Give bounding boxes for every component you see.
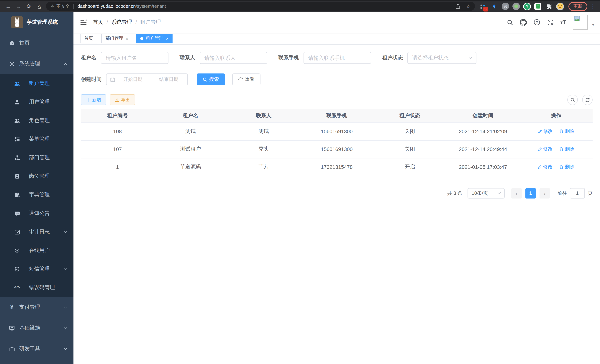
divider [74,4,74,9]
browser-home-icon[interactable]: ⌂ [34,3,45,9]
security-chip[interactable]: ⚠ 不安全 [50,3,70,9]
font-size-icon[interactable]: TT [560,19,566,25]
user-avatar[interactable] [573,15,588,30]
sidebar-collapse-icon[interactable] [80,19,87,25]
sidebar-item-dept[interactable]: 部门管理 [0,149,74,167]
create-time-range-picker[interactable]: 开始日期 - 结束日期 [106,74,188,85]
delete-link[interactable]: 删除 [559,164,575,170]
table-row: 1 芋道源码 芋艿 17321315478 开启 2021-01-05 17:0… [81,158,593,176]
sidebar-item-menu[interactable]: 菜单管理 [0,130,74,149]
sidebar-item-notice[interactable]: 通知公告 [0,204,74,223]
sidebar-item-tenant[interactable]: 租户管理 [0,74,74,93]
browser-back-icon[interactable]: ← [3,3,13,9]
sidebar-item-infra[interactable]: 基础设施 [0,318,74,338]
create-time-label: 创建时间 [81,76,102,83]
edit-link[interactable]: 修改 [537,164,553,170]
gear-icon [9,61,15,67]
command-extension-icon[interactable]: ⌘ [502,3,509,10]
sidebar-item-home[interactable]: 首页 [0,33,74,53]
select-caret-icon [497,192,501,195]
download-icon [115,98,119,102]
delete-link[interactable]: 删除 [559,146,575,152]
refresh-table-button[interactable] [582,95,593,105]
header-search-icon[interactable] [507,19,513,25]
tab-dept[interactable]: 部门管理 × [101,34,132,43]
page-size-select[interactable]: 10条/页 [468,188,505,198]
sidebar-item-role[interactable]: 角色管理 [0,111,74,130]
yen-icon: ¥ [9,304,15,310]
edit-icon [537,165,542,169]
breadcrumb-home[interactable]: 首页 [93,19,103,26]
toggle-search-button[interactable] [567,95,578,105]
active-dot [141,37,143,40]
chat-extension-icon[interactable] [534,3,541,10]
tab-tenant[interactable]: 租户管理 × [136,34,173,43]
page-number-1[interactable]: 1 [525,188,536,198]
goto-page-input[interactable] [570,188,585,198]
sidebar-item-post[interactable]: 岗位管理 [0,167,74,186]
help-icon[interactable]: ? [534,19,540,26]
browser-menu-icon[interactable]: ⋮ [589,3,597,9]
sidebar-menu: 首页 系统管理 租户管理 [0,33,74,364]
add-button[interactable]: 新增 [81,94,106,105]
sidebar-item-pay[interactable]: ¥ 支付管理 [0,297,74,318]
sidebar: 芋道管理系统 首页 系统管理 [0,12,74,364]
briefcase-icon [9,346,15,352]
table-header-row: 租户编号 租户名 联系人 联系手机 租户状态 创建时间 操作 [81,109,593,122]
next-page-button[interactable]: › [540,188,550,198]
svg-text:?: ? [536,20,538,24]
tenant-name-input[interactable] [101,52,169,64]
trash-icon [559,147,564,151]
browser-reload-icon[interactable]: ⟳ [24,3,34,10]
status-text: 关闭 [373,140,446,158]
chevron-down-icon [64,327,67,329]
recorder-extension-icon[interactable] [512,3,520,10]
browser-forward-icon[interactable]: → [13,3,24,9]
contact-phone-input[interactable] [303,52,371,64]
sidebar-item-dict[interactable]: 字典管理 [0,186,74,204]
export-button[interactable]: 导出 [110,94,135,105]
app-logo[interactable]: 芋道管理系统 [0,12,74,33]
sidebar-item-online-users[interactable]: 在线用户 [0,241,74,260]
col-phone: 联系手机 [300,109,373,122]
dashboard-icon [9,40,15,46]
address-bar[interactable]: ⚠ 不安全 dashboard.yudao.iocoder.cn/system/… [46,2,475,11]
edit-link[interactable]: 修改 [537,146,553,152]
close-icon[interactable]: × [166,36,169,41]
broadcast-icon [14,247,20,253]
url-text: dashboard.yudao.iocoder.cn/system/tenant [77,4,166,9]
delete-link[interactable]: 删除 [559,128,575,135]
tab-home[interactable]: 首页 [80,34,97,43]
col-tenant-name: 租户名 [154,109,227,122]
col-actions: 操作 [519,109,593,122]
sidebar-item-error-code[interactable]: </> 错误码管理 [0,278,74,297]
sidebar-item-sms[interactable]: 短信管理 [0,260,74,278]
contact-name-input[interactable] [200,52,267,64]
search-button[interactable]: 搜索 [197,74,225,85]
reset-button[interactable]: 重置 [232,74,261,85]
bookmark-star-icon[interactable]: ☆ [466,3,470,9]
tenant-status-select[interactable]: 请选择租户状态 [407,52,477,64]
puzzle-extensions-icon[interactable] [545,2,553,10]
github-icon[interactable] [520,19,527,26]
start-date-placeholder: 开始日期 [118,76,148,83]
users-icon [14,81,20,86]
extension-grid-icon[interactable]: 10 [479,2,487,10]
y-extension-icon[interactable]: Y [523,2,531,10]
gem-extension-icon[interactable] [490,2,498,10]
edit-link[interactable]: 修改 [537,128,553,135]
share-icon[interactable] [455,4,461,9]
avatar-caret-icon[interactable]: ▼ [591,23,595,27]
sidebar-item-dev-tools[interactable]: 研发工具 [0,338,74,359]
prev-page-button[interactable]: ‹ [511,188,522,198]
sidebar-item-system[interactable]: 系统管理 [0,53,74,74]
chevron-down-icon [64,231,67,233]
sidebar-item-audit-log[interactable]: 审计日志 [0,223,74,241]
search-icon [570,97,575,102]
sidebar-item-user[interactable]: 用户管理 [0,93,74,111]
breadcrumb-section[interactable]: 系统管理 [111,19,132,26]
profile-avatar-icon[interactable] [556,2,564,10]
chrome-update-button[interactable]: 更新 [568,2,587,11]
fullscreen-icon[interactable] [547,19,554,26]
close-icon[interactable]: × [126,36,128,41]
